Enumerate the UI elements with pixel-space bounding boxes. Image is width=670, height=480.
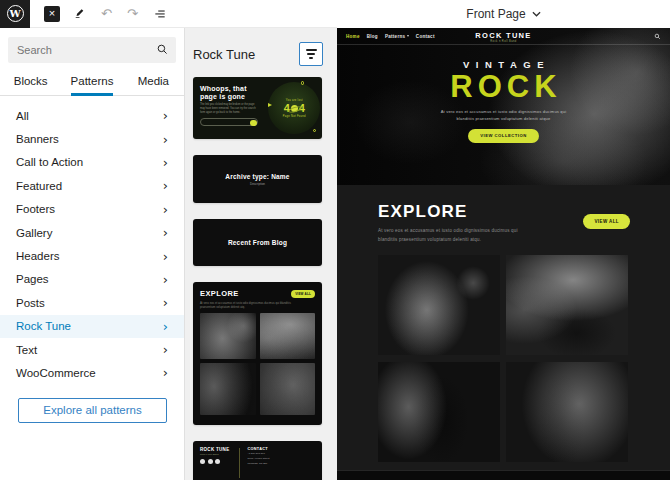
gallery-photo-singer[interactable] — [378, 362, 500, 462]
category-label: Posts — [16, 297, 45, 309]
search-input[interactable] — [8, 37, 176, 63]
twitter-icon — [208, 459, 213, 464]
pattern-thumb-recent-blog[interactable]: Recent From Blog — [193, 219, 322, 266]
explore-section: EXPLORE VIEW ALL At vero eos et accusamu… — [337, 185, 670, 470]
tab-media[interactable]: Media — [123, 67, 184, 95]
gallery-photo-singer — [200, 363, 256, 415]
gallery-photo-drummer[interactable] — [506, 255, 628, 355]
nav-item-blog[interactable]: Blog — [367, 34, 378, 39]
site-title: ROCK TUNE — [475, 31, 531, 40]
explore-thumb-header: EXPLORE VIEW ALL — [200, 289, 315, 298]
footer-tagline: Rock n Roll Band — [200, 453, 229, 456]
sparkle-icon — [301, 81, 305, 85]
chevron-right-icon: › — [163, 249, 168, 264]
sidebar-item-headers[interactable]: Headers› — [0, 244, 184, 267]
footer-brand: ROCK TUNE — [200, 447, 229, 452]
chevron-right-icon: › — [163, 365, 168, 380]
document-switcher[interactable]: Front Page — [337, 0, 670, 28]
gallery-photo-drummer — [260, 313, 316, 359]
explore-body: At vero eos et accusamus et iusto odio d… — [378, 227, 628, 244]
hero-title: ROCK — [337, 71, 670, 104]
patterns-panel-header: Rock Tune — [193, 42, 323, 66]
redo-button[interactable]: ↷ — [125, 6, 140, 21]
archive-heading: Archive type: Name — [225, 173, 289, 180]
explore-gallery-grid — [378, 255, 628, 462]
chevron-right-icon: › — [163, 295, 168, 310]
sidebar-item-text[interactable]: Text› — [0, 338, 184, 361]
category-label: Rock Tune — [16, 320, 71, 332]
chevron-right-icon: › — [163, 225, 168, 240]
block-inserter-toggle-button[interactable]: × — [44, 6, 60, 22]
footer-divider — [239, 448, 240, 478]
nav-item-patterns[interactable]: Patterns — [385, 34, 409, 39]
sidebar-item-featured[interactable]: Featured› — [0, 174, 184, 197]
list-view-button[interactable] — [151, 7, 169, 21]
pencil-icon — [73, 7, 86, 20]
404-body-text: The link you clicked may be broken or th… — [200, 103, 260, 115]
chevron-right-icon: › — [163, 272, 168, 287]
tab-blocks[interactable]: Blocks — [0, 67, 61, 95]
sparkle-icon — [313, 129, 317, 133]
pattern-thumb-footer[interactable]: ROCK TUNE Rock n Roll Band CONTACT +1 23… — [193, 441, 322, 480]
category-label: Featured — [16, 180, 62, 192]
nav-item-contact[interactable]: Contact — [416, 34, 435, 39]
hero-body: At vero eos et accusamus et iusto odio d… — [337, 108, 670, 122]
search-icon — [156, 43, 169, 56]
pattern-thumb-404-page[interactable]: Whoops, that page is gone The link you c… — [193, 77, 322, 139]
footer-contact-column: CONTACT +1 234 567 890 Rock Avenue Stree… — [247, 447, 269, 480]
gallery-photo-guitarist — [200, 313, 256, 359]
chevron-right-icon: › — [163, 108, 168, 123]
category-label: WooCommerce — [16, 367, 96, 379]
gallery-photo-bassist[interactable] — [506, 362, 628, 462]
pattern-thumb-archive[interactable]: Archive type: Name Description — [193, 155, 322, 203]
edit-tools-button[interactable] — [71, 7, 88, 20]
404-search-bar — [200, 118, 258, 126]
site-tagline: Rock n Roll Band — [475, 40, 531, 43]
sidebar-item-pages[interactable]: Pages› — [0, 268, 184, 291]
sidebar-item-posts[interactable]: Posts› — [0, 291, 184, 314]
view-collection-button[interactable]: VIEW COLLECTION — [468, 129, 539, 143]
sidebar-item-all[interactable]: All› — [0, 104, 184, 127]
404-text-column: Whoops, that page is gone The link you c… — [193, 77, 267, 139]
footer-social-icons — [200, 459, 229, 464]
site-navbar: Home Blog Patterns Contact ROCK TUNE Roc… — [337, 28, 670, 45]
undo-button[interactable]: ↶ — [99, 6, 114, 21]
inserter-sidebar: Blocks Patterns Media All› Banners› Call… — [0, 28, 185, 480]
sidebar-item-banners[interactable]: Banners› — [0, 127, 184, 150]
pattern-category-list: All› Banners› Call to Action› Featured› … — [0, 96, 184, 385]
filter-icon — [306, 49, 317, 51]
search-box — [8, 37, 176, 63]
sidebar-item-call-to-action[interactable]: Call to Action› — [0, 151, 184, 174]
planet-icon — [291, 105, 298, 112]
recent-blog-heading: Recent From Blog — [228, 239, 287, 246]
chevron-down-icon — [532, 11, 541, 17]
404-small-bottom-text: Page Not Found — [283, 115, 306, 118]
chevron-right-icon: › — [163, 155, 168, 170]
tab-patterns[interactable]: Patterns — [61, 67, 122, 95]
sidebar-item-footers[interactable]: Footers› — [0, 198, 184, 221]
editor-topbar: W × ↶ ↷ Front Page — [0, 0, 670, 28]
site-search-button[interactable] — [654, 33, 661, 40]
chevron-right-icon: › — [163, 178, 168, 193]
gallery-photo-guitarist[interactable] — [378, 255, 500, 355]
hero-section: Home Blog Patterns Contact ROCK TUNE Roc… — [337, 28, 670, 185]
category-label: Call to Action — [16, 156, 83, 168]
explore-all-patterns-button[interactable]: Explore all patterns — [18, 398, 167, 423]
sidebar-item-rock-tune[interactable]: Rock Tune› — [0, 315, 184, 338]
wordpress-logo[interactable]: W — [0, 0, 30, 28]
chevron-right-icon: › — [163, 132, 168, 147]
sidebar-item-gallery[interactable]: Gallery› — [0, 221, 184, 244]
explore-thumb-heading: EXPLORE — [200, 289, 239, 298]
nav-item-home[interactable]: Home — [346, 34, 360, 39]
404-circle-column: You are lost 4 4 Page Not Found — [267, 77, 322, 139]
category-label: Banners — [16, 133, 59, 145]
pattern-thumb-explore-gallery[interactable]: EXPLORE VIEW ALL At vero eos et accusamu… — [193, 282, 322, 425]
sidebar-item-woocommerce[interactable]: WooCommerce› — [0, 361, 184, 384]
filter-button[interactable] — [299, 42, 323, 66]
site-logo[interactable]: ROCK TUNE Rock n Roll Band — [475, 31, 531, 44]
patterns-panel-title: Rock Tune — [193, 47, 255, 62]
view-all-button[interactable]: VIEW ALL — [583, 214, 630, 229]
category-label: Pages — [16, 273, 49, 285]
explore-thumb-grid — [200, 313, 315, 415]
triangle-icon — [268, 103, 272, 107]
